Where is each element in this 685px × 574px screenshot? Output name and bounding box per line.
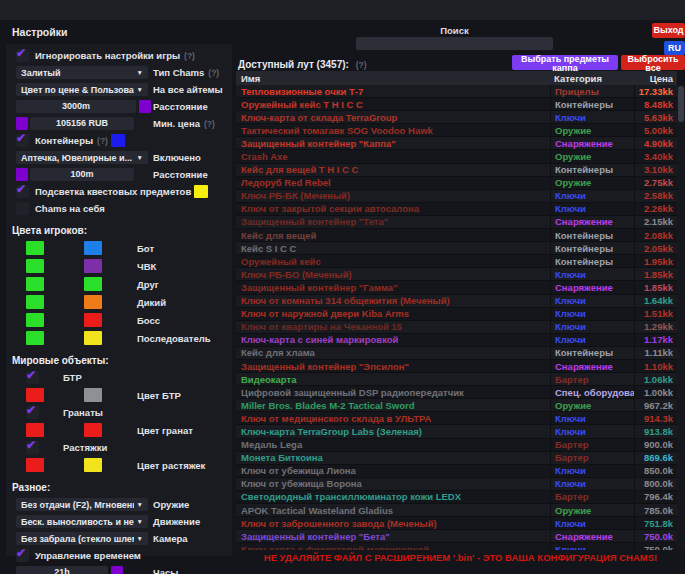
visible-color-swatch[interactable] [26, 241, 44, 255]
table-row[interactable]: Тепловизионные очки Т-7Прицелы17.33kk [236, 85, 677, 98]
table-row[interactable]: Кейс для вещей T H I C CКонтейнеры3.10kk [236, 164, 677, 177]
table-row[interactable]: Ледоруб Red RebelОружие2.75kk [236, 177, 677, 190]
exit-button[interactable]: Выход [652, 23, 685, 38]
table-row[interactable]: Кейс для хламаКонтейнеры1.11kk [236, 347, 677, 360]
hidden-color-swatch[interactable] [84, 241, 102, 255]
table-row[interactable]: Светодиодный трансиллюминатор кожи LEDXБ… [236, 491, 677, 504]
player-type-label: Последователь [137, 333, 211, 344]
table-scrollbar[interactable] [677, 85, 685, 550]
table-row[interactable]: Ключ от наружной двери Kiba ArmsКлючи1.5… [236, 308, 677, 321]
loot-distance-label: Расстояние [153, 169, 208, 180]
visible-color-swatch[interactable] [26, 331, 44, 345]
table-row[interactable]: Crash AxeОружие3.40kk [236, 150, 677, 163]
loot-distance-input[interactable]: 100m [30, 168, 134, 181]
item-price: 1.00kk [634, 386, 677, 398]
containers-checkbox[interactable] [16, 134, 29, 147]
items-distance-color-swatch[interactable] [139, 100, 151, 113]
table-row[interactable]: Ключ от убежища ВоронаКлючи800.0k [236, 478, 677, 491]
table-row[interactable]: APOK Tactical Wasteland GladiusОружие785… [236, 504, 677, 517]
table-row[interactable]: Ключ от комнаты 314 общежития (Меченый)К… [236, 295, 677, 308]
language-toggle-button[interactable]: RU [664, 41, 685, 55]
misc-dropdowns-list: Без отдачи (F2), Мгновенное п▼ОружиеБеск… [12, 498, 226, 545]
table-row[interactable]: Ключ РБ-БК (Меченый)Ключи2.58kk [236, 190, 677, 203]
item-category: Ключи [550, 425, 634, 437]
scrollbar-thumb[interactable] [678, 86, 684, 122]
select-kappa-items-button[interactable]: Выбрать предметы каппа [512, 55, 618, 70]
hidden-color-swatch[interactable] [84, 331, 102, 345]
table-row[interactable]: Оружейный кейсКонтейнеры1.95kk [236, 255, 677, 268]
table-row[interactable]: Ключ от квартиры на Чеканной 15Ключи1.29… [236, 321, 677, 334]
visible-color-swatch[interactable] [26, 313, 44, 327]
quest-items-checkbox[interactable] [16, 185, 29, 198]
hours-color-swatch[interactable] [111, 566, 123, 574]
chams-type-dropdown[interactable]: Залитый▼ [16, 66, 148, 79]
table-row[interactable]: Ключ-карта с фиолетовой маркировкойКлючи… [236, 543, 677, 550]
world-object-toggle-row: Гранаты [12, 406, 226, 419]
column-header-category[interactable]: Категория [550, 71, 634, 85]
table-row[interactable]: Оружейный кейс T H I C CКонтейнеры8.48kk [236, 98, 677, 111]
world-object-checkbox[interactable] [26, 406, 39, 419]
misc-dropdown[interactable]: Без отдачи (F2), Мгновенное п▼ [16, 498, 148, 511]
table-row[interactable]: Ключ от убежища ЛионаКлючи850.0k [236, 465, 677, 478]
table-row[interactable]: Кейс для вещейКонтейнеры2.08kk [236, 229, 677, 242]
misc-dropdown[interactable]: Беск. выносливость и нет уста▼ [16, 515, 148, 528]
time-control-checkbox[interactable] [16, 549, 29, 562]
visible-color-swatch[interactable] [26, 295, 44, 309]
visible-color-swatch[interactable] [26, 423, 44, 437]
visible-color-swatch[interactable] [26, 277, 44, 291]
item-price: 2.26kk [634, 203, 677, 215]
chams-self-checkbox[interactable] [16, 202, 29, 215]
table-row[interactable]: Тактический томагавк SOG Voodoo HawkОруж… [236, 124, 677, 137]
hours-input[interactable]: 21h [16, 566, 108, 574]
item-category: Бартер [550, 439, 634, 451]
table-row[interactable]: Кейс S I C CКонтейнеры2.05kk [236, 242, 677, 255]
table-row[interactable]: Защищенный контейнер "Гамма"Снаряжение1.… [236, 281, 677, 294]
hidden-color-swatch[interactable] [84, 277, 102, 291]
column-header-name[interactable]: Имя [236, 71, 550, 85]
containers-color-swatch[interactable] [111, 134, 125, 147]
table-row[interactable]: Ключ-карта с синей маркировкойКлючи1.17k… [236, 334, 677, 347]
table-row[interactable]: Защищенный контейнер "Тета"Снаряжение2.1… [236, 216, 677, 229]
hidden-color-swatch[interactable] [84, 423, 102, 437]
table-row[interactable]: Защищенный контейнер "Бета"Снаряжение750… [236, 530, 677, 543]
table-row[interactable]: ВидеокартаБартер1.06kk [236, 373, 677, 386]
world-object-color-row: Цвет растяжек [12, 458, 226, 472]
items-distance-input[interactable]: 3000m [16, 100, 136, 113]
hidden-color-swatch[interactable] [84, 388, 102, 402]
loot-distance-color-swatch[interactable] [16, 168, 28, 181]
loot-distance-row: 100m Расстояние [12, 168, 226, 181]
column-header-price[interactable]: Цена [634, 71, 677, 85]
table-row[interactable]: Медаль LegaБартер900.0k [236, 439, 677, 452]
loot-filter-dropdown[interactable]: Аптечка, Ювелирные и...▼ [16, 151, 148, 164]
table-row[interactable]: Miller Bros. Blades M-2 Tactical SwordОр… [236, 399, 677, 412]
quest-items-color-swatch[interactable] [194, 185, 208, 198]
table-row[interactable]: Ключ-карта TerraGroup Labs (Зеленая)Ключ… [236, 425, 677, 438]
visible-color-swatch[interactable] [26, 458, 44, 472]
world-object-checkbox[interactable] [26, 371, 39, 384]
table-row[interactable]: Ключ от медицинского склада в УЛЬТРАКлюч… [236, 412, 677, 425]
hidden-color-swatch[interactable] [84, 295, 102, 309]
misc-dropdown[interactable]: Без забрала (стекло шлема)▼ [16, 532, 148, 545]
ignore-game-settings-checkbox[interactable] [16, 49, 29, 62]
hidden-color-swatch[interactable] [84, 259, 102, 273]
table-row[interactable]: Цифровой защищенный DSP радиопередатчикС… [236, 386, 677, 399]
world-object-label: Гранаты [63, 407, 103, 418]
drop-all-button[interactable]: Выбросить все [621, 55, 685, 70]
table-row[interactable]: Защищенный контейнер "Эпсилон"Снаряжение… [236, 360, 677, 373]
table-row[interactable]: Ключ РБ-БО (Меченый)Ключи1.85kk [236, 268, 677, 281]
min-price-input[interactable]: 105156 RUB [30, 117, 134, 130]
table-row[interactable]: Монета БиткоинаБартер869.6k [236, 452, 677, 465]
world-object-checkbox[interactable] [26, 441, 39, 454]
min-price-color-swatch[interactable] [16, 117, 28, 130]
item-name: Светодиодный трансиллюминатор кожи LEDX [236, 491, 550, 503]
hidden-color-swatch[interactable] [84, 458, 102, 472]
table-row[interactable]: Ключ от заброшенного завода (Меченый)Клю… [236, 517, 677, 530]
visible-color-swatch[interactable] [26, 259, 44, 273]
hidden-color-swatch[interactable] [84, 313, 102, 327]
table-row[interactable]: Ключ-карта от склада TerraGroupКлючи5.63… [236, 111, 677, 124]
visible-color-swatch[interactable] [26, 388, 44, 402]
table-row[interactable]: Защищенный контейнер "Каппа"Снаряжение4.… [236, 137, 677, 150]
table-row[interactable]: Ключ от закрытой секции автосалонаКлючи2… [236, 203, 677, 216]
search-input[interactable] [356, 37, 553, 50]
items-color-mode-dropdown[interactable]: Цвет по цене & Пользователь▼ [16, 83, 148, 96]
